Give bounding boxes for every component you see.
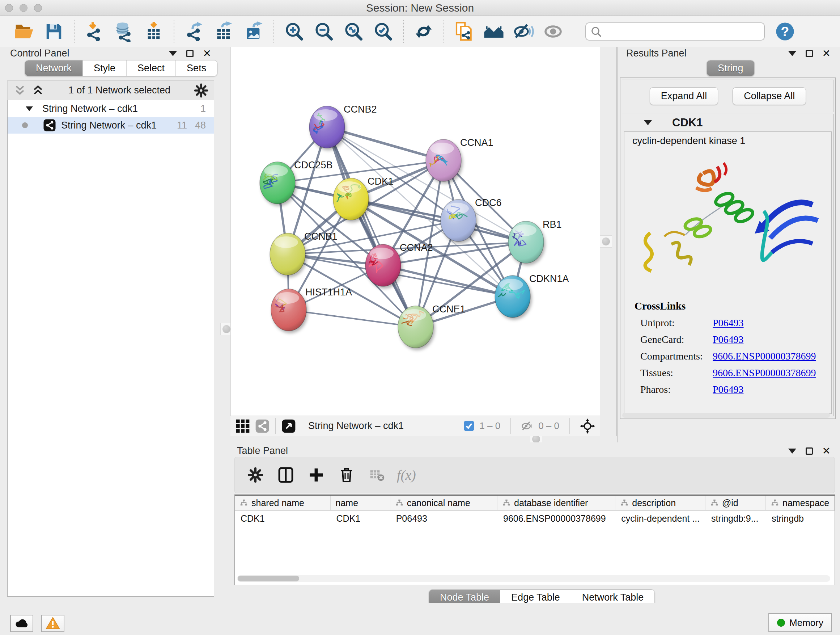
table-header-cell[interactable]: canonical name xyxy=(390,496,497,510)
help-button[interactable]: ? xyxy=(775,21,795,42)
network-row[interactable]: String Network – cdk1 11 48 xyxy=(8,117,214,134)
network-node[interactable]: CCNA1 xyxy=(418,137,493,181)
show-columns-button[interactable] xyxy=(275,463,296,486)
selected-checkbox-icon[interactable] xyxy=(463,420,475,432)
panel-close-icon[interactable]: ✕ xyxy=(822,448,831,455)
tab-select[interactable]: Select xyxy=(126,60,175,76)
open-session-button[interactable] xyxy=(9,19,39,44)
protein-section-header[interactable]: CDK1 xyxy=(622,114,834,131)
add-column-button[interactable] xyxy=(306,463,327,486)
column-tree-icon xyxy=(502,499,510,507)
table-cell[interactable]: stringdb xyxy=(766,511,835,526)
table-cell[interactable]: stringdb:9... xyxy=(706,511,766,526)
hide-selected-button[interactable] xyxy=(508,19,538,44)
panel-menu-icon[interactable] xyxy=(788,448,796,454)
table-cell[interactable]: P06493 xyxy=(390,511,497,526)
network-node[interactable]: HIST1H1A xyxy=(271,287,352,331)
delete-table-icon xyxy=(369,467,385,483)
right-splitter[interactable] xyxy=(600,47,617,442)
memory-button[interactable]: Memory xyxy=(768,613,832,632)
import-network-button[interactable] xyxy=(80,19,109,44)
table-horizontal-scrollbar[interactable] xyxy=(237,575,830,582)
expand-all-button[interactable]: Expand All xyxy=(650,87,718,105)
panel-float-icon[interactable] xyxy=(806,448,813,455)
selected-counts: 1 – 0 xyxy=(479,420,500,432)
panel-menu-icon[interactable] xyxy=(169,51,177,56)
warnings-button[interactable] xyxy=(41,615,65,632)
zoom-in-button[interactable] xyxy=(279,19,309,44)
collapse-all-icon[interactable] xyxy=(13,83,27,98)
first-neighbors-button[interactable] xyxy=(479,19,508,44)
table-header-cell[interactable]: name xyxy=(331,496,390,510)
zoom-fit-button[interactable] xyxy=(339,19,368,44)
table-header-cell[interactable]: namespace xyxy=(766,496,835,510)
network-node[interactable]: CCNB2 xyxy=(295,104,377,148)
search-container xyxy=(585,22,765,41)
tab-network[interactable]: Network xyxy=(25,60,82,76)
clone-network-button[interactable] xyxy=(449,19,479,44)
collection-expander-icon[interactable] xyxy=(26,106,33,111)
delete-table-button[interactable] xyxy=(366,463,387,486)
network-collection-row[interactable]: String Network – cdk1 1 xyxy=(8,100,214,117)
function-builder-button[interactable]: f(x) xyxy=(397,467,416,483)
search-input[interactable] xyxy=(585,22,765,41)
hidden-eye-slash-icon[interactable] xyxy=(521,420,534,432)
table-header-cell[interactable]: description xyxy=(615,496,706,510)
tab-string[interactable]: String xyxy=(707,60,754,76)
protein-expander-icon[interactable] xyxy=(644,120,652,125)
show-all-button[interactable] xyxy=(538,19,568,44)
panel-menu-icon[interactable] xyxy=(788,51,796,56)
export-table-button[interactable] xyxy=(209,19,239,44)
zoom-selected-button[interactable] xyxy=(368,19,398,44)
export-network-button[interactable] xyxy=(180,19,209,44)
gear-icon[interactable] xyxy=(194,83,209,98)
pan-crosshair-icon[interactable] xyxy=(580,418,595,434)
table-cell[interactable]: CDK1 xyxy=(235,511,331,526)
crosslink-link[interactable]: P06493 xyxy=(713,317,744,329)
table-row[interactable]: CDK1CDK1P064939606.ENSP00000378699cyclin… xyxy=(235,511,835,526)
network-node[interactable]: CDK1 xyxy=(328,176,393,220)
expand-all-icon[interactable] xyxy=(31,83,45,98)
columns-icon xyxy=(277,466,294,484)
panel-float-icon[interactable] xyxy=(806,50,813,57)
crosslink-link[interactable]: P06493 xyxy=(713,334,744,345)
network-view-icon[interactable] xyxy=(255,419,270,433)
crosslink-link[interactable]: P06493 xyxy=(713,384,744,395)
save-session-button[interactable] xyxy=(39,19,69,44)
import-network-database-button[interactable] xyxy=(109,19,139,44)
panel-float-icon[interactable] xyxy=(186,50,194,57)
table-cell[interactable]: CDK1 xyxy=(331,511,390,526)
tab-sets[interactable]: Sets xyxy=(175,60,217,76)
zoom-out-button[interactable] xyxy=(309,19,339,44)
network-node[interactable]: RB1 xyxy=(508,219,562,263)
scrollbar-thumb[interactable] xyxy=(238,576,299,581)
collapse-all-button[interactable]: Collapse All xyxy=(733,87,806,105)
panel-close-icon[interactable]: ✕ xyxy=(203,50,211,57)
crosslink-link[interactable]: 9606.ENSP00000378699 xyxy=(713,367,816,379)
right-splitter-handle[interactable] xyxy=(600,235,612,248)
network-graph[interactable]: CCNB2CCNA1CDC25BCDK1CDC6RB1CCNB1CCNA2CDK… xyxy=(231,47,600,416)
birds-eye-view-icon[interactable] xyxy=(281,419,296,433)
export-image-button[interactable] xyxy=(239,19,268,44)
delete-column-button[interactable] xyxy=(336,463,357,486)
network-node[interactable]: CCNB1 xyxy=(270,231,338,275)
grid-view-icon[interactable] xyxy=(235,419,250,433)
table-header-cell[interactable]: @id xyxy=(706,496,766,510)
network-edge[interactable] xyxy=(289,310,416,327)
panel-close-icon[interactable]: ✕ xyxy=(822,50,831,57)
network-canvas[interactable]: CCNB2CCNA1CDC25BCDK1CDC6RB1CCNB1CCNA2CDK… xyxy=(231,47,600,416)
results-scrollbar[interactable] xyxy=(622,413,830,418)
network-node[interactable]: CDKN1A xyxy=(485,273,569,318)
table-header-cell[interactable]: database identifier xyxy=(497,496,615,510)
refresh-button[interactable] xyxy=(409,19,439,44)
table-header-cell[interactable]: shared name xyxy=(235,496,331,510)
tab-style[interactable]: Style xyxy=(82,60,126,76)
save-floppy-icon xyxy=(44,22,64,41)
crosslink-link[interactable]: 9606.ENSP00000378699 xyxy=(713,350,816,362)
table-cell[interactable]: cyclin-dependent ... xyxy=(615,511,706,526)
table-settings-button[interactable] xyxy=(245,463,266,486)
left-splitter[interactable] xyxy=(223,47,231,442)
cloud-status-button[interactable] xyxy=(10,615,33,632)
table-cell[interactable]: 9606.ENSP00000378699 xyxy=(497,511,615,526)
import-table-button[interactable] xyxy=(139,19,169,44)
